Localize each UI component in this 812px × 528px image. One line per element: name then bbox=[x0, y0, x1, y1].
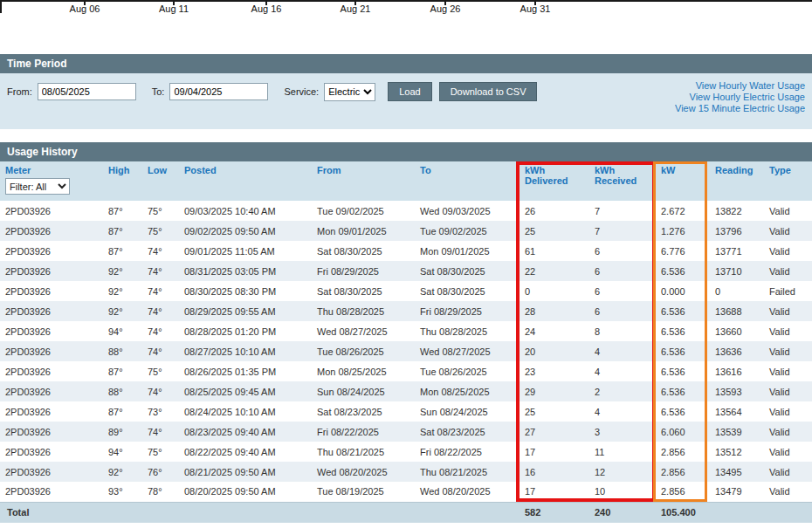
cell-high: 94° bbox=[103, 442, 142, 462]
table-row: 2PD0392692°74°08/29/2025 09:55 AMThu 08/… bbox=[0, 301, 812, 321]
load-button[interactable]: Load bbox=[388, 82, 431, 101]
cell-low: 76° bbox=[142, 462, 179, 482]
total-kw: 105.400 bbox=[656, 502, 710, 523]
total-label: Total bbox=[0, 502, 520, 523]
cell-kw: 6.060 bbox=[656, 422, 710, 442]
cell-kwh-received: 6 bbox=[589, 261, 656, 281]
cell-meter: 2PD03926 bbox=[0, 462, 103, 482]
to-date-input[interactable] bbox=[169, 83, 268, 100]
column-header-type[interactable]: Type bbox=[764, 161, 812, 201]
column-header-reading[interactable]: Reading bbox=[710, 161, 764, 201]
cell-from: Mon 08/25/2025 bbox=[312, 361, 415, 381]
column-header-meter[interactable]: Meter Filter: All bbox=[0, 161, 103, 201]
usage-table-wrap: Meter Filter: All High Low Posted From T… bbox=[0, 161, 812, 523]
cell-kw: 6.776 bbox=[656, 241, 710, 261]
cell-reading: 13616 bbox=[710, 361, 764, 381]
table-row: 2PD0392692°76°08/21/2025 09:50 AMWed 08/… bbox=[0, 462, 812, 482]
cell-high: 94° bbox=[103, 321, 142, 341]
view-15-minute-electric-usage-link[interactable]: View 15 Minute Electric Usage bbox=[675, 103, 805, 114]
cell-meter: 2PD03926 bbox=[0, 201, 103, 221]
column-header-to[interactable]: To bbox=[415, 161, 520, 201]
cell-low: 74° bbox=[142, 321, 179, 341]
cell-posted: 08/22/2025 09:40 AM bbox=[179, 442, 312, 462]
time-period-body: From: To: Service: Electric Load Downloa… bbox=[0, 73, 812, 129]
chart-x-axis: Aug 06 Aug 11 Aug 16 Aug 21 Aug 26 Aug 3… bbox=[0, 0, 812, 17]
view-hourly-water-usage-link[interactable]: View Hourly Water Usage bbox=[675, 80, 805, 92]
cell-kwh-delivered: 28 bbox=[520, 301, 589, 321]
usage-table: Meter Filter: All High Low Posted From T… bbox=[0, 161, 812, 523]
cell-type: Valid bbox=[764, 241, 812, 261]
meter-filter-select[interactable]: Filter: All bbox=[5, 178, 70, 195]
column-header-kwh-delivered[interactable]: kWh Delivered bbox=[520, 161, 589, 201]
cell-posted: 08/26/2025 01:35 PM bbox=[179, 361, 312, 381]
cell-meter: 2PD03926 bbox=[0, 361, 103, 381]
table-row: 2PD0392689°74°08/23/2025 09:40 AMFri 08/… bbox=[0, 422, 812, 442]
cell-kwh-received: 8 bbox=[589, 321, 656, 341]
cell-to: Mon 09/01/2025 bbox=[415, 241, 520, 261]
cell-posted: 08/28/2025 01:20 PM bbox=[179, 321, 312, 341]
cell-low: 75° bbox=[142, 221, 179, 241]
cell-posted: 08/24/2025 10:10 AM bbox=[179, 401, 312, 422]
cell-kwh-received: 11 bbox=[589, 442, 656, 462]
cell-reading: 13636 bbox=[710, 341, 764, 361]
cell-meter: 2PD03926 bbox=[0, 221, 103, 241]
time-period-title: Time Period bbox=[7, 58, 66, 70]
download-csv-button[interactable]: Download to CSV bbox=[439, 82, 538, 101]
cell-kw: 6.536 bbox=[656, 301, 710, 321]
cell-high: 89° bbox=[103, 422, 142, 442]
cell-kw: 2.856 bbox=[656, 482, 710, 502]
cell-to: Sat 08/30/2025 bbox=[415, 261, 520, 281]
cell-kw: 6.536 bbox=[656, 341, 710, 361]
cell-high: 93° bbox=[103, 482, 142, 502]
from-label: From: bbox=[7, 86, 32, 97]
cell-posted: 09/02/2025 09:50 AM bbox=[179, 221, 312, 241]
cell-type: Valid bbox=[764, 361, 812, 381]
cell-reading: 13710 bbox=[710, 261, 764, 281]
cell-kwh-received: 2 bbox=[589, 381, 656, 401]
cell-reading: 13660 bbox=[710, 321, 764, 341]
cell-posted: 09/01/2025 11:05 AM bbox=[179, 241, 312, 261]
cell-low: 74° bbox=[142, 261, 179, 281]
column-header-from[interactable]: From bbox=[312, 161, 415, 201]
cell-meter: 2PD03926 bbox=[0, 401, 103, 422]
cell-kwh-delivered: 20 bbox=[520, 341, 589, 361]
cell-high: 88° bbox=[103, 341, 142, 361]
usage-table-body: 2PD0392687°75°09/03/2025 10:40 AMTue 09/… bbox=[0, 201, 812, 502]
cell-type: Valid bbox=[764, 261, 812, 281]
usage-links: View Hourly Water Usage View Hourly Elec… bbox=[675, 80, 805, 114]
cell-high: 88° bbox=[103, 381, 142, 401]
cell-kw: 6.536 bbox=[656, 261, 710, 281]
cell-to: Wed 09/03/2025 bbox=[415, 201, 520, 221]
cell-low: 74° bbox=[142, 381, 179, 401]
cell-reading: 13822 bbox=[710, 201, 764, 221]
cell-to: Sun 08/24/2025 bbox=[415, 401, 520, 422]
cell-posted: 09/03/2025 10:40 AM bbox=[179, 201, 312, 221]
cell-kwh-delivered: 22 bbox=[520, 261, 589, 281]
cell-reading: 13688 bbox=[710, 301, 764, 321]
column-header-high[interactable]: High bbox=[103, 161, 142, 201]
cell-high: 92° bbox=[103, 281, 142, 301]
column-header-low[interactable]: Low bbox=[142, 161, 179, 201]
cell-posted: 08/21/2025 09:50 AM bbox=[179, 462, 312, 482]
table-row: 2PD0392694°74°08/28/2025 01:20 PMWed 08/… bbox=[0, 321, 812, 341]
cell-kwh-delivered: 25 bbox=[520, 401, 589, 422]
cell-to: Wed 08/27/2025 bbox=[415, 341, 520, 361]
from-date-input[interactable] bbox=[38, 83, 136, 100]
view-hourly-electric-usage-link[interactable]: View Hourly Electric Usage bbox=[675, 92, 805, 103]
time-period-panel: Time Period From: To: Service: Electric … bbox=[0, 54, 812, 129]
cell-low: 74° bbox=[142, 301, 179, 321]
column-header-kw[interactable]: kW bbox=[656, 161, 710, 201]
cell-meter: 2PD03926 bbox=[0, 442, 103, 462]
cell-type: Valid bbox=[764, 201, 812, 221]
cell-meter: 2PD03926 bbox=[0, 341, 103, 361]
cell-kwh-received: 4 bbox=[589, 401, 656, 422]
column-header-kwh-received[interactable]: kWh Received bbox=[589, 161, 656, 201]
cell-low: 75° bbox=[142, 201, 179, 221]
cell-kwh-delivered: 25 bbox=[520, 221, 589, 241]
cell-to: Fri 08/29/2025 bbox=[415, 301, 520, 321]
cell-meter: 2PD03926 bbox=[0, 381, 103, 401]
column-header-posted[interactable]: Posted bbox=[179, 161, 312, 201]
service-select[interactable]: Electric bbox=[324, 83, 375, 101]
table-row: 2PD0392687°73°08/24/2025 10:10 AMSat 08/… bbox=[0, 401, 812, 422]
cell-from: Fri 08/29/2025 bbox=[312, 261, 415, 281]
